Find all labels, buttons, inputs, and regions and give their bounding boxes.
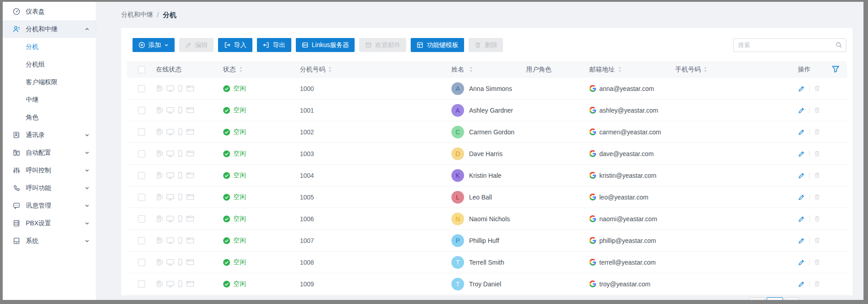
table-row[interactable]: 空闲1008TTerrell Smithterrell@yeastar.com xyxy=(127,252,847,273)
status-idle-icon xyxy=(223,172,230,179)
status-cell: 空闲 xyxy=(223,193,300,201)
edit-icon[interactable] xyxy=(798,237,805,244)
function-key-template-button[interactable]: 功能键模板 xyxy=(411,38,464,52)
sort-icon[interactable] xyxy=(239,66,243,72)
delete-icon[interactable] xyxy=(814,237,821,244)
delete-button[interactable]: 删除 xyxy=(469,38,503,52)
row-checkbox[interactable] xyxy=(138,280,145,288)
delete-icon[interactable] xyxy=(814,194,821,200)
row-checkbox[interactable] xyxy=(138,194,145,201)
row-checkbox[interactable] xyxy=(138,259,145,266)
table-row[interactable]: 空闲1001AAshley Gardnerashley@yeastar.com xyxy=(127,100,847,121)
breadcrumb-parent[interactable]: 分机和中继 xyxy=(121,11,153,19)
edit-icon[interactable] xyxy=(798,215,805,223)
column-header-extension-number[interactable]: 分机号码 xyxy=(300,66,451,74)
sidebar-item-system[interactable]: 系统 xyxy=(3,232,96,250)
mobile-icon xyxy=(177,280,183,288)
add-button[interactable]: 添加 xyxy=(133,38,175,52)
table-row[interactable]: 空闲1009TTroy Danieltroy@yeastar.com xyxy=(127,273,847,295)
column-header-name[interactable]: 姓名 xyxy=(451,66,526,74)
google-icon xyxy=(589,172,596,179)
delete-icon[interactable] xyxy=(814,259,821,266)
pagination-button[interactable] xyxy=(749,297,765,300)
sidebar-item-pbx-settings[interactable]: PBX设置 xyxy=(3,214,96,232)
pagination-button-active[interactable] xyxy=(767,297,783,300)
edit-icon[interactable] xyxy=(798,128,805,136)
table-row[interactable]: 空闲1003DDave Harrisdave@yeastar.com xyxy=(127,143,847,165)
edit-icon[interactable] xyxy=(798,280,805,288)
column-header-status[interactable]: 状态 xyxy=(223,66,300,74)
delete-icon[interactable] xyxy=(814,150,821,157)
sort-icon[interactable] xyxy=(469,66,473,72)
row-checkbox[interactable] xyxy=(138,85,145,92)
row-checkbox[interactable] xyxy=(138,172,145,179)
table-row[interactable]: 空闲1006NNaomi Nicholsnaomi@yeastar.com xyxy=(127,208,847,230)
sidebar-item-auto-provisioning[interactable]: 自动配置 xyxy=(3,144,96,162)
delete-icon[interactable] xyxy=(814,85,821,92)
sidebar-item-extensions[interactable]: 分机 xyxy=(3,38,96,56)
sidebar-item-contacts[interactable]: 通讯录 xyxy=(3,126,96,144)
desktop-icon xyxy=(166,128,175,136)
sidebar-item-trunks[interactable]: 中继 xyxy=(3,91,96,109)
desktop-icon xyxy=(166,106,175,114)
search-input[interactable] xyxy=(733,38,846,52)
extension-number: 1005 xyxy=(300,194,451,201)
sort-icon[interactable] xyxy=(703,66,707,72)
table-row[interactable]: 空闲1002CCarmen Gordoncarmen@yeastar.com xyxy=(127,121,847,143)
status-idle-icon xyxy=(223,107,230,114)
column-header-label: 姓名 xyxy=(451,66,464,74)
edit-icon[interactable] xyxy=(798,150,805,157)
extension-number: 1003 xyxy=(300,150,451,157)
delete-icon[interactable] xyxy=(814,128,821,135)
table-row[interactable]: 空闲1005LLeo Ballleo@yeastar.com xyxy=(127,186,847,208)
sidebar-item-extension-groups[interactable]: 分机组 xyxy=(3,56,96,73)
sidebar-item-call-features[interactable]: 呼叫功能 xyxy=(3,179,96,197)
column-header-mobile[interactable]: 手机号码 xyxy=(675,66,795,74)
search-icon[interactable] xyxy=(835,42,842,48)
edit-icon[interactable] xyxy=(798,107,805,114)
edit-icon[interactable] xyxy=(798,172,805,179)
sidebar-item-dashboard[interactable]: 仪表盘 xyxy=(3,3,96,20)
row-checkbox[interactable] xyxy=(138,107,145,114)
export-button[interactable]: 导出 xyxy=(257,38,291,52)
sidebar-item-roles[interactable]: 角色 xyxy=(3,109,96,126)
online-status-cell xyxy=(156,258,223,266)
sort-icon[interactable] xyxy=(618,66,622,72)
sidebar-item-label: 角色 xyxy=(26,114,38,122)
column-header-email[interactable]: 邮箱地址 xyxy=(589,66,675,74)
row-checkbox[interactable] xyxy=(138,128,145,136)
extensions-table: 在线状态状态分机号码姓名用户角色邮箱地址手机号码操作 空闲1000AAnna S… xyxy=(127,61,847,295)
row-checkbox[interactable] xyxy=(138,215,145,223)
edit-icon[interactable] xyxy=(798,194,805,201)
dashboard-icon xyxy=(13,8,21,16)
select-all-checkbox[interactable] xyxy=(138,66,145,73)
delete-icon[interactable] xyxy=(814,215,821,222)
column-header-label: 邮箱地址 xyxy=(589,66,615,74)
delete-icon[interactable] xyxy=(814,172,821,179)
edit-icon[interactable] xyxy=(798,259,805,266)
sidebar-item-message-management[interactable]: 讯息管理 xyxy=(3,197,96,214)
mobile-icon xyxy=(177,106,183,114)
edit-icon[interactable] xyxy=(798,85,805,92)
google-icon xyxy=(589,280,596,287)
delete-icon[interactable] xyxy=(814,107,821,114)
delete-icon[interactable] xyxy=(814,280,821,287)
sort-icon[interactable] xyxy=(328,66,332,72)
online-status-cell xyxy=(156,215,223,223)
pagination-button[interactable] xyxy=(786,297,799,300)
table-row[interactable]: 空闲1007PPhillip Huffphillip@yeastar.com xyxy=(127,230,847,252)
welcome-email-button[interactable]: 欢迎邮件 xyxy=(359,38,406,52)
filter-icon[interactable] xyxy=(832,66,840,73)
row-checkbox[interactable] xyxy=(138,237,145,244)
row-checkbox[interactable] xyxy=(138,150,145,157)
table-row[interactable]: 空闲1004KKristin Halekristin@yeastar.com xyxy=(127,165,847,186)
content-card: 添加 编辑 导入 导出 Linkus服务器 xyxy=(121,28,853,295)
divider xyxy=(809,238,810,244)
table-row[interactable]: 空闲1000AAnna Simmonsanna@yeastar.com xyxy=(127,78,847,100)
edit-button[interactable]: 编辑 xyxy=(179,38,213,52)
sidebar-item-call-control[interactable]: 呼叫控制 xyxy=(3,162,96,179)
import-button[interactable]: 导入 xyxy=(218,38,252,52)
linkus-server-button[interactable]: Linkus服务器 xyxy=(296,38,355,52)
sidebar-item-client-permissions[interactable]: 客户端权限 xyxy=(3,73,96,91)
sidebar-item-extensions-and-trunks[interactable]: 分机和中继 xyxy=(3,20,96,38)
